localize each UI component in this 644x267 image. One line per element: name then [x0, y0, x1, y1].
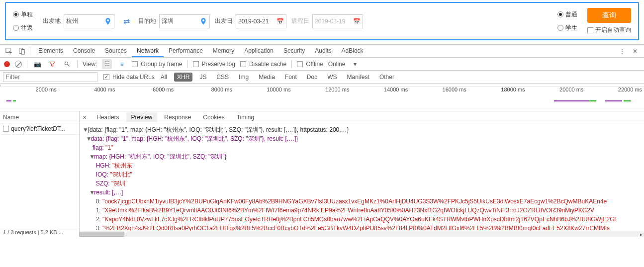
to-input[interactable]: 深圳 — [159, 14, 210, 28]
preserve-log-label: Preserve log — [202, 61, 235, 68]
swap-icon[interactable]: ⇄ — [119, 14, 133, 28]
from-value: 杭州 — [66, 17, 78, 25]
subtab-cookies[interactable]: Cookies — [198, 112, 229, 122]
filter-type-ws[interactable]: WS — [324, 73, 340, 82]
calendar-icon: 📅 — [276, 18, 284, 25]
filter-type-xhr[interactable]: XHR — [174, 73, 192, 82]
timeline-tick: 22000 ms — [585, 87, 644, 92]
tab-elements[interactable]: Elements — [33, 45, 68, 57]
filter-icon[interactable] — [47, 59, 57, 69]
trip-type-group: 单程 往返 — [13, 10, 33, 32]
subtab-headers[interactable]: Headers — [92, 112, 124, 122]
tab-application[interactable]: Application — [239, 45, 278, 57]
tab-sources[interactable]: Sources — [100, 45, 132, 57]
scroll-right-icon[interactable]: ▸ — [638, 231, 644, 237]
to-value: 深圳 — [162, 17, 174, 25]
preserve-log-checkbox[interactable]: Preserve log — [193, 61, 235, 68]
tab-console[interactable]: Console — [68, 45, 100, 57]
kebab-menu-icon[interactable]: ⋮ — [617, 46, 627, 56]
close-devtools-icon[interactable]: ✕ — [630, 46, 640, 56]
subtab-timing[interactable]: Timing — [232, 112, 260, 122]
query-button[interactable]: 查询 — [587, 8, 631, 23]
close-detail-icon[interactable]: × — [83, 113, 87, 121]
filter-row: Hide data URLs AllXHRJSCSSImgMediaFontDo… — [0, 71, 644, 84]
name-header[interactable]: Name — [0, 111, 79, 123]
request-name: query?leftTicketDT... — [11, 125, 65, 132]
radio-dot-icon — [13, 11, 19, 17]
return-field: 返程日 2019-03-19📅 — [291, 14, 363, 28]
subtab-preview[interactable]: Preview — [126, 112, 158, 122]
filter-type-media[interactable]: Media — [256, 73, 278, 82]
calendar-icon: 📅 — [353, 18, 361, 25]
tab-security[interactable]: Security — [278, 45, 310, 57]
detail-subtabs: × HeadersPreviewResponseCookiesTiming — [80, 111, 644, 123]
radio-dot-icon — [557, 11, 563, 17]
from-input[interactable]: 杭州 — [64, 14, 114, 28]
tab-audits[interactable]: Audits — [310, 45, 336, 57]
record-icon[interactable] — [4, 61, 10, 67]
auto-query-checkbox[interactable]: 开启自动查询 — [587, 26, 631, 34]
requests-pane: Name query?leftTicketDT... 1 / 3 request… — [0, 111, 80, 237]
camera-icon[interactable]: 📷 — [32, 59, 42, 69]
radio-oneway[interactable]: 单程 — [13, 10, 33, 19]
filter-type-all[interactable]: All — [158, 73, 170, 82]
inspect-icon[interactable] — [4, 46, 14, 56]
query-button-label: 查询 — [602, 11, 616, 20]
scrollbar-thumb[interactable] — [80, 232, 124, 237]
view-label: View: — [83, 61, 97, 68]
auto-query-label: 开启自动查询 — [595, 26, 631, 34]
location-pin-icon — [199, 17, 207, 25]
svg-line-4 — [68, 64, 70, 66]
radio-normal-label: 普通 — [565, 10, 577, 19]
filter-type-other[interactable]: Other — [376, 73, 397, 82]
disable-cache-checkbox[interactable]: Disable cache — [240, 61, 286, 68]
checkbox-icon — [240, 61, 246, 67]
passenger-mode-group: 普通 学生 — [557, 10, 577, 32]
return-input[interactable]: 2019-03-19📅 — [312, 14, 363, 28]
online-label: Online — [328, 61, 346, 68]
search-panel: 单程 往返 出发地 杭州 ⇄ 目的地 深圳 出发日 2019-03-21📅 返程… — [5, 2, 639, 40]
filter-type-font[interactable]: Font — [282, 73, 300, 82]
filter-type-doc[interactable]: Doc — [304, 73, 320, 82]
network-toolbar: 📷 View: ☰ ≡ Group by frame Preserve log … — [0, 58, 644, 71]
radio-student[interactable]: 学生 — [557, 24, 577, 32]
checkbox-icon — [103, 74, 109, 80]
radio-normal[interactable]: 普通 — [557, 10, 577, 19]
depart-value: 2019-03-21 — [238, 18, 269, 25]
timeline-tick: 2000 ms — [0, 87, 59, 92]
offline-checkbox[interactable]: Offline — [297, 61, 323, 68]
horizontal-scrollbar[interactable]: ▸ — [80, 231, 644, 237]
tab-network[interactable]: Network — [132, 45, 164, 57]
search-icon[interactable] — [62, 59, 72, 69]
depart-field: 出发日 2019-03-21📅 — [215, 14, 286, 28]
throttling-dropdown-icon[interactable]: ▾ — [350, 59, 360, 69]
timeline-tick: 20000 ms — [527, 87, 586, 92]
timeline-tick: 14000 ms — [351, 87, 410, 92]
network-timeline[interactable]: 2000 ms4000 ms6000 ms8000 ms10000 ms1200… — [0, 85, 644, 111]
timeline-tick: 18000 ms — [468, 87, 527, 92]
timeline-tick: 4000 ms — [59, 87, 117, 92]
tab-adblock[interactable]: AdBlock — [337, 45, 368, 57]
tab-memory[interactable]: Memory — [208, 45, 239, 57]
from-field: 出发地 杭州 — [43, 14, 114, 28]
filter-type-js[interactable]: JS — [196, 73, 209, 82]
filter-input[interactable] — [3, 72, 97, 82]
waterfall-view-icon[interactable]: ≡ — [117, 59, 127, 69]
checkbox-icon — [193, 61, 199, 67]
preview-content[interactable]: ▼{data: {flag: "1", map: {HGH: "杭州东", IO… — [80, 123, 644, 231]
filter-type-img[interactable]: Img — [236, 73, 252, 82]
clear-icon[interactable] — [15, 61, 22, 68]
depart-input[interactable]: 2019-03-21📅 — [236, 14, 286, 28]
device-icon[interactable] — [17, 46, 27, 56]
radio-dot-icon — [13, 25, 19, 31]
subtab-response[interactable]: Response — [159, 112, 196, 122]
filter-type-manifest[interactable]: Manifest — [344, 73, 372, 82]
filter-type-css[interactable]: CSS — [213, 73, 232, 82]
to-field: 目的地 深圳 — [138, 14, 210, 28]
request-row[interactable]: query?leftTicketDT... — [0, 123, 79, 135]
hide-data-urls-checkbox[interactable]: Hide data URLs — [103, 74, 155, 81]
list-view-icon[interactable]: ☰ — [102, 59, 112, 69]
tab-performance[interactable]: Performance — [164, 45, 208, 57]
group-by-frame-checkbox[interactable]: Group by frame — [132, 61, 182, 68]
radio-roundtrip[interactable]: 往返 — [13, 24, 33, 32]
